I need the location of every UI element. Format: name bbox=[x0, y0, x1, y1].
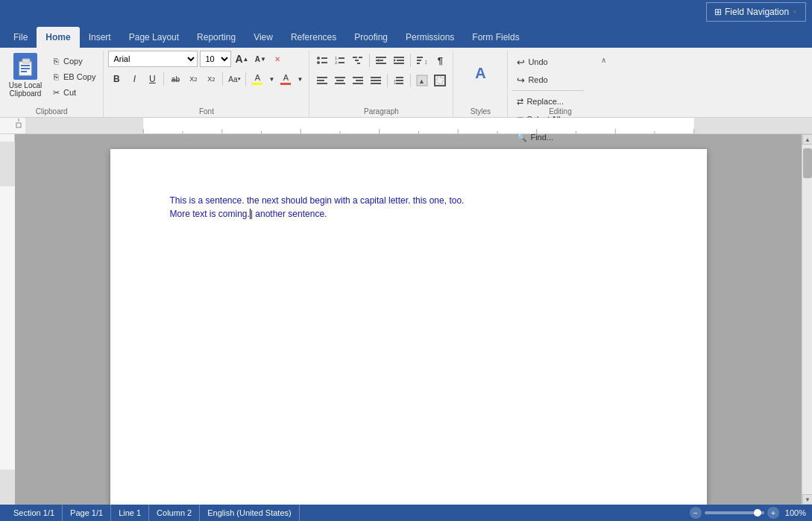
font-size-select[interactable]: 10 bbox=[200, 51, 231, 67]
svg-rect-71 bbox=[0, 142, 15, 186]
scrollbar-track[interactable] bbox=[802, 145, 812, 494]
svg-rect-34 bbox=[336, 80, 344, 81]
language-status[interactable]: English (United States) bbox=[200, 505, 300, 521]
section-status[interactable]: Section 1/1 bbox=[6, 505, 63, 521]
align-left-button[interactable] bbox=[314, 72, 330, 89]
svg-rect-37 bbox=[356, 80, 363, 81]
font-color-button[interactable]: A bbox=[277, 71, 294, 87]
tab-form-fields[interactable]: Form Fields bbox=[463, 27, 528, 48]
increase-indent-button[interactable] bbox=[391, 52, 407, 69]
editing-sep1 bbox=[512, 90, 584, 91]
tab-references[interactable]: References bbox=[282, 27, 345, 48]
line-status[interactable]: Line 1 bbox=[111, 505, 149, 521]
highlight-color-button[interactable]: A bbox=[249, 71, 265, 87]
svg-rect-13 bbox=[339, 62, 344, 63]
column-value: 2 bbox=[187, 508, 192, 517]
italic-button[interactable]: I bbox=[126, 71, 142, 87]
copy-label: Copy bbox=[63, 57, 83, 66]
sort-button[interactable]: ↕ bbox=[414, 52, 430, 69]
ruler-svg bbox=[25, 118, 812, 134]
shading-button[interactable]: ▲ bbox=[414, 72, 430, 89]
svg-marker-25 bbox=[394, 59, 396, 62]
multilevel-list-button[interactable] bbox=[350, 52, 366, 69]
show-formatting-button[interactable]: ¶ bbox=[432, 52, 448, 69]
undo-label: Undo bbox=[528, 57, 547, 66]
copy-icon: ⎘ bbox=[51, 56, 61, 66]
section-value: 1/1 bbox=[43, 508, 54, 517]
status-bar: Section 1/1 Page 1/1 Line 1 Column 2 Eng… bbox=[0, 505, 812, 521]
main-area: This is a sentence. the next should begi… bbox=[0, 134, 812, 505]
grow-font-button[interactable]: A▲ bbox=[233, 51, 250, 67]
doc-page[interactable]: This is a sentence. the next should begi… bbox=[110, 149, 707, 505]
redo-button[interactable]: ↪ Redo bbox=[512, 72, 584, 88]
font-color-dropdown-button[interactable]: ▼ bbox=[295, 71, 304, 87]
tab-view[interactable]: View bbox=[245, 27, 282, 48]
para-sep2 bbox=[410, 54, 411, 67]
tab-page-layout[interactable]: Page Layout bbox=[120, 27, 188, 48]
copy-button[interactable]: ⎘ Copy bbox=[48, 54, 98, 69]
bullets-button[interactable] bbox=[314, 52, 330, 69]
svg-marker-21 bbox=[377, 59, 379, 62]
tab-home[interactable]: Home bbox=[37, 27, 79, 48]
paste-label: Use Local Clipboard bbox=[9, 81, 42, 98]
scrollbar-thumb[interactable] bbox=[803, 148, 812, 178]
doc-area[interactable]: This is a sentence. the next should begi… bbox=[15, 134, 802, 505]
left-ruler-svg bbox=[0, 142, 15, 505]
clear-formatting-button[interactable]: ✕ bbox=[271, 51, 287, 67]
cut-button[interactable]: ✂ Cut bbox=[48, 85, 98, 100]
justify-button[interactable] bbox=[368, 72, 384, 89]
line-spacing-button[interactable]: ↕ bbox=[391, 72, 407, 89]
decrease-indent-button[interactable] bbox=[373, 52, 389, 69]
column-status[interactable]: Column 2 bbox=[149, 505, 200, 521]
page-status[interactable]: Page 1/1 bbox=[63, 505, 111, 521]
superscript-button[interactable]: X2 bbox=[203, 71, 219, 87]
numbering-button[interactable]: 1.2. bbox=[332, 52, 348, 69]
zoom-slider-thumb[interactable] bbox=[754, 509, 761, 517]
eb-copy-button[interactable]: ⎘ EB Copy bbox=[48, 69, 98, 84]
undo-icon: ↩ bbox=[517, 57, 525, 68]
scrollbar-down-arrow[interactable]: ▼ bbox=[802, 494, 812, 505]
undo-button[interactable]: ↩ Undo bbox=[512, 54, 584, 70]
scrollbar-up-arrow[interactable]: ▲ bbox=[802, 134, 812, 145]
styles-box[interactable]: A bbox=[458, 51, 503, 95]
svg-rect-22 bbox=[394, 57, 404, 58]
font-format-row: B I U ab X2 X2 Aa▾ A ▼ A bbox=[108, 71, 304, 87]
styles-a-icon: A bbox=[475, 65, 485, 82]
zoom-slider[interactable] bbox=[705, 511, 764, 514]
change-case-button[interactable]: Aa▾ bbox=[226, 71, 242, 87]
svg-rect-49 bbox=[437, 78, 443, 83]
svg-rect-33 bbox=[335, 77, 345, 78]
clipboard-group: Use Local Clipboard ⎘ Copy ⎘ EB Copy ✂ C… bbox=[0, 51, 104, 117]
clipboard-group-label: Clipboard bbox=[0, 107, 103, 116]
svg-text:▲: ▲ bbox=[418, 78, 425, 85]
highlight-dropdown-button[interactable]: ▼ bbox=[267, 71, 276, 87]
paste-button[interactable]: Use Local Clipboard bbox=[4, 51, 46, 100]
font-family-select[interactable]: Arial bbox=[108, 51, 198, 67]
tab-file[interactable]: File bbox=[4, 27, 37, 48]
field-navigation-button[interactable]: ⊞ Field Navigation ▼ bbox=[706, 2, 806, 22]
zoom-in-icon[interactable]: + bbox=[767, 507, 779, 519]
border-button[interactable] bbox=[432, 72, 448, 89]
font-color-bar bbox=[280, 83, 291, 85]
tab-proofing[interactable]: Proofing bbox=[345, 27, 397, 48]
align-center-button[interactable] bbox=[332, 72, 348, 89]
bold-button[interactable]: B bbox=[108, 71, 125, 87]
svg-rect-3 bbox=[21, 68, 30, 69]
font-group-label: Font bbox=[104, 107, 309, 116]
underline-button[interactable]: U bbox=[144, 71, 160, 87]
ruler bbox=[0, 118, 812, 134]
text-line-1: This is a sentence. the next should begi… bbox=[170, 194, 647, 207]
subscript-button[interactable]: X2 bbox=[185, 71, 201, 87]
tab-reporting[interactable]: Reporting bbox=[188, 27, 245, 48]
tab-permissions[interactable]: Permissions bbox=[397, 27, 463, 48]
page-value: 1/1 bbox=[92, 508, 103, 517]
shrink-font-button[interactable]: A▼ bbox=[252, 51, 268, 67]
ribbon: Use Local Clipboard ⎘ Copy ⎘ EB Copy ✂ C… bbox=[0, 48, 812, 118]
align-right-button[interactable] bbox=[350, 72, 366, 89]
svg-rect-27 bbox=[417, 60, 421, 61]
ribbon-collapse-button[interactable]: ∧ bbox=[596, 52, 611, 67]
zoom-out-icon[interactable]: − bbox=[690, 507, 702, 519]
strikethrough-button[interactable]: ab bbox=[167, 71, 183, 87]
doc-text[interactable]: This is a sentence. the next should begi… bbox=[170, 194, 647, 221]
tab-insert[interactable]: Insert bbox=[80, 27, 120, 48]
